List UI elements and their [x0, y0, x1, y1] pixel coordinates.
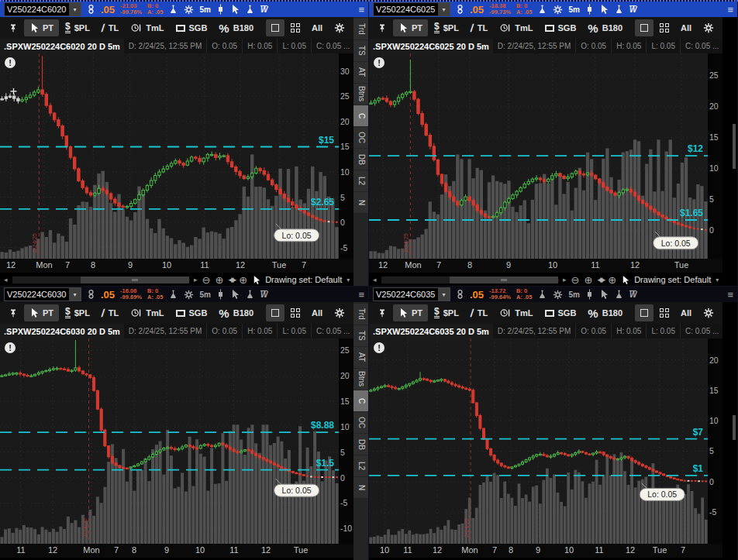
scroll-step-right[interactable]: ▸ — [194, 276, 198, 283]
symbol-input[interactable]: V250224C6035 ▾ — [373, 287, 450, 301]
scrollbar-track[interactable] — [381, 277, 550, 283]
pattern-wave-icon[interactable]: W — [629, 5, 636, 14]
price-chart-canvas[interactable]: 2/24/25$7$1Lo: 0.05 — [369, 338, 708, 544]
single-chart-button[interactable] — [635, 304, 654, 321]
price-chart-canvas[interactable]: 2/24/25$15$2.65Lo: 0.05 — [0, 53, 339, 259]
settings-gear-icon[interactable] — [184, 290, 194, 300]
scrollbar-thumb[interactable] — [450, 277, 558, 283]
chart-type-candle-icon[interactable] — [216, 4, 225, 15]
spl-tool-button[interactable]: $$PL — [429, 304, 464, 321]
drawings-flask-icon[interactable] — [614, 289, 624, 300]
price-axis[interactable]: 2520151050 — [708, 53, 722, 259]
cursor-tool-icon[interactable] — [230, 289, 240, 300]
scroll-left-arrow[interactable]: ◂ — [4, 276, 8, 283]
chart-area[interactable]: 2/24/25$7$1Lo: 0.05 ! — [369, 338, 708, 544]
panel-vertical-scrollbar[interactable] — [733, 415, 736, 440]
tml-tool-button[interactable]: TmL — [494, 19, 538, 36]
spl-tool-button[interactable]: $$PL — [60, 304, 95, 321]
single-chart-button[interactable] — [266, 19, 285, 36]
studies-flask-icon[interactable] — [537, 4, 547, 15]
price-axis[interactable]: 2520151050-5-10 — [339, 338, 353, 544]
symbol-input[interactable]: V250224C6030 ▾ — [4, 287, 81, 301]
spl-tool-button[interactable]: $$PL — [429, 19, 464, 36]
side-tab-l2[interactable]: L2 — [353, 455, 369, 476]
side-tab-ts[interactable]: TS — [353, 325, 369, 346]
symbol-input[interactable]: V250224C6025 ▾ — [373, 2, 450, 16]
studies-flask-icon[interactable] — [168, 4, 178, 15]
zoom-out-icon[interactable]: ⊖ — [202, 275, 211, 285]
studies-flask-icon[interactable] — [168, 289, 178, 300]
side-tab-db[interactable]: DB — [353, 149, 369, 170]
b180-tool-button[interactable]: %B180 — [213, 304, 259, 321]
side-tab-n[interactable]: N — [353, 477, 369, 498]
side-tab-n[interactable]: N — [353, 192, 369, 213]
grid-layout-button[interactable] — [654, 19, 674, 36]
tml-tool-button[interactable]: TmL — [125, 19, 169, 36]
b180-tool-button[interactable]: %B180 — [582, 304, 628, 321]
grid-layout-button[interactable] — [285, 19, 305, 36]
sgb-tool-button[interactable]: SGB — [540, 19, 582, 36]
fit-width-icon[interactable]: ◀▶ — [228, 277, 234, 283]
scrollbar-thumb[interactable] — [81, 277, 189, 283]
price-axis[interactable]: 20151050-5 — [708, 338, 722, 544]
settings-gear-icon[interactable] — [553, 5, 563, 15]
settings-gear-icon[interactable] — [553, 290, 563, 300]
pt-tool-button[interactable]: PT — [393, 19, 428, 36]
side-tab-at[interactable]: AT — [353, 347, 369, 368]
all-button[interactable]: All — [675, 19, 697, 36]
tml-tool-button[interactable]: TmL — [494, 304, 538, 321]
grid-layout-button[interactable] — [285, 304, 305, 321]
drawings-flask-icon[interactable] — [614, 4, 624, 15]
tl-tool-button[interactable]: /TL — [96, 19, 124, 36]
chart-type-candle-icon[interactable] — [585, 4, 594, 15]
symbol-input[interactable]: V250224C6020 ▾ — [4, 2, 81, 16]
pin-button[interactable] — [3, 19, 23, 36]
warning-badge[interactable]: ! — [5, 342, 16, 353]
toolbar-gear-button[interactable] — [329, 19, 350, 36]
timeframe-button[interactable]: 5m — [199, 5, 210, 14]
pt-tool-button[interactable]: PT — [24, 19, 59, 36]
sgb-tool-button[interactable]: SGB — [171, 304, 213, 321]
timeframe-button[interactable]: 5m — [199, 290, 210, 299]
symbol-dropdown-button[interactable]: ▾ — [438, 288, 450, 301]
tl-tool-button[interactable]: /TL — [465, 19, 493, 36]
pin-button[interactable] — [3, 304, 23, 321]
time-axis[interactable]: 12Mon789101112Tue7 — [0, 259, 353, 273]
pt-tool-button[interactable]: PT — [393, 304, 428, 321]
scroll-left-arrow[interactable]: ◂ — [373, 276, 377, 283]
tl-tool-button[interactable]: /TL — [96, 304, 124, 321]
toolbar-gear-button[interactable] — [698, 304, 719, 321]
side-tab-c[interactable]: C — [353, 390, 369, 411]
panel-vertical-scrollbar[interactable] — [733, 124, 736, 169]
link-channel-icon[interactable] — [456, 289, 464, 300]
warning-badge[interactable]: ! — [5, 57, 16, 68]
pin-button[interactable] — [372, 304, 392, 321]
symbol-dropdown-button[interactable]: ▾ — [69, 3, 81, 15]
toolbar-gear-button[interactable] — [698, 19, 719, 36]
symbol-dropdown-button[interactable]: ▾ — [438, 3, 450, 15]
b180-tool-button[interactable]: %B180 — [213, 19, 259, 36]
cursor-tool-icon[interactable] — [599, 289, 609, 300]
side-tab-at[interactable]: AT — [353, 62, 369, 83]
drawings-flask-icon[interactable] — [245, 4, 255, 15]
link-channel-icon[interactable] — [456, 4, 464, 15]
pattern-wave-icon[interactable]: W — [260, 290, 267, 299]
side-tab-btns[interactable]: Btns — [353, 369, 369, 390]
side-tab-oc[interactable]: OC — [353, 127, 369, 148]
side-tab-ts[interactable]: TS — [353, 40, 369, 61]
side-tab-oc[interactable]: OC — [353, 412, 369, 433]
pin-button[interactable] — [372, 19, 392, 36]
chart-type-candle-icon[interactable] — [216, 289, 225, 300]
tl-tool-button[interactable]: /TL — [465, 304, 493, 321]
time-axis[interactable]: 12Mon789101112Tue — [369, 259, 722, 273]
side-tab-btns[interactable]: Btns — [353, 84, 369, 105]
crosshair-target-icon[interactable]: ⊕ — [239, 275, 247, 285]
pattern-wave-icon[interactable]: W — [629, 290, 636, 299]
warning-badge[interactable]: ! — [374, 342, 385, 353]
single-chart-button[interactable] — [635, 19, 654, 36]
grid-layout-button[interactable] — [654, 304, 674, 321]
side-tab-l2[interactable]: L2 — [353, 170, 369, 191]
price-chart-canvas[interactable]: 2/24/25$8.88$1.5Lo: 0.05 — [0, 338, 339, 544]
all-button[interactable]: All — [675, 304, 697, 321]
sgb-tool-button[interactable]: SGB — [540, 304, 582, 321]
